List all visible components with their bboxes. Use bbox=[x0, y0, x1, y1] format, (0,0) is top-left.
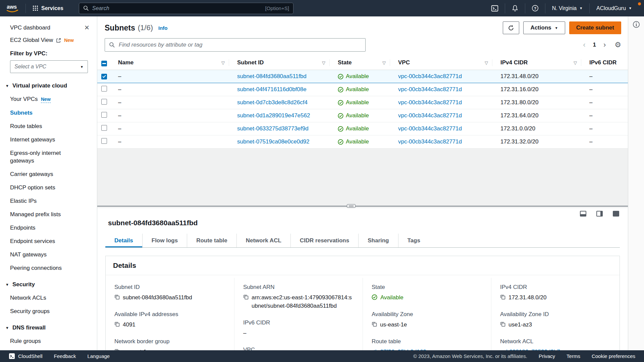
copy-icon[interactable] bbox=[114, 294, 120, 300]
sidebar-item-your-vpcs[interactable]: Your VPCs New bbox=[0, 95, 97, 103]
sidebar-item-endpoints[interactable]: Endpoints bbox=[0, 224, 97, 232]
sidebar-item-carrier-gateways[interactable]: Carrier gateways bbox=[0, 170, 97, 178]
tab-flow-logs[interactable]: Flow logs bbox=[142, 234, 187, 247]
cloudshell-button[interactable] bbox=[485, 5, 505, 12]
column-header-subnet-id[interactable]: Subnet ID bbox=[237, 59, 264, 66]
vpc-link[interactable]: vpc-00cb344c3ac82771d bbox=[398, 73, 462, 79]
sidebar-item-internet-gateways[interactable]: Internet gateways bbox=[0, 136, 97, 143]
sidebar-item-egress-only-internet-gateways[interactable]: Egress-only internet gateways bbox=[0, 149, 97, 165]
split-panel-divider[interactable] bbox=[97, 206, 628, 208]
network-acl-link[interactable]: acl-008186a70532d9b7e bbox=[500, 348, 563, 350]
split-panel-drag-handle[interactable] bbox=[347, 204, 356, 208]
panel-position-side-icon[interactable] bbox=[596, 211, 603, 217]
sidebar-item-endpoint-services[interactable]: Endpoint services bbox=[0, 237, 97, 245]
copy-icon[interactable] bbox=[500, 294, 505, 300]
search-input[interactable] bbox=[92, 5, 262, 11]
filter-triangle-icon[interactable]: ▽ bbox=[485, 60, 488, 65]
resource-filter-input[interactable] bbox=[119, 42, 361, 48]
info-link[interactable]: Info bbox=[158, 25, 168, 31]
panel-position-bottom-icon[interactable] bbox=[580, 211, 586, 217]
copy-icon[interactable] bbox=[372, 321, 377, 327]
sidebar-item-rule-groups[interactable]: Rule groups bbox=[0, 337, 97, 345]
copy-icon[interactable] bbox=[114, 349, 120, 350]
subnet-id-link[interactable]: subnet-0d7cb3de8c8d26cf4 bbox=[237, 99, 308, 106]
sidebar-item-route-tables[interactable]: Route tables bbox=[0, 122, 97, 130]
sidebar-item-vpc-dashboard[interactable]: VPC dashboard bbox=[10, 24, 50, 31]
column-header-state[interactable]: State bbox=[338, 59, 352, 66]
language-link[interactable]: Language bbox=[87, 353, 110, 359]
refresh-button[interactable] bbox=[503, 21, 519, 34]
search-icon bbox=[83, 5, 89, 11]
region-selector[interactable]: N. Virginia ▼ bbox=[545, 5, 589, 11]
global-search-box[interactable]: [Option+S] bbox=[79, 3, 293, 14]
column-header-ipv4-cidr[interactable]: IPv4 CIDR bbox=[500, 59, 528, 66]
subnet-id-link[interactable]: subnet-04f4716116d0bf08e bbox=[237, 86, 307, 93]
copy-icon[interactable] bbox=[114, 321, 120, 327]
subnet-id-link[interactable]: subnet-07519ca08e0ce0d92 bbox=[237, 138, 310, 145]
vpc-link[interactable]: vpc-00cb344c3ac82771d bbox=[398, 99, 462, 106]
tab-network-acl[interactable]: Network ACL bbox=[236, 234, 290, 247]
actions-button[interactable]: Actions ▼ bbox=[523, 21, 565, 34]
subnet-id-link[interactable]: subnet-084fd3680aa511fbd bbox=[237, 73, 307, 79]
subnet-id-link[interactable]: subnet-0633275d38773ef9d bbox=[237, 125, 309, 132]
sidebar-item-nat-gateways[interactable]: NAT gateways bbox=[0, 251, 97, 258]
vpc-link[interactable]: vpc-00cb344c3ac82771d bbox=[398, 138, 462, 145]
create-subnet-button[interactable]: Create subnet bbox=[569, 21, 621, 34]
subnet-id-link[interactable]: subnet-0d1a289019e47e562 bbox=[237, 112, 310, 119]
select-all-checkbox[interactable] bbox=[101, 61, 107, 66]
sidebar-item-managed-prefix-lists[interactable]: Managed prefix lists bbox=[0, 210, 97, 218]
copy-icon[interactable] bbox=[500, 321, 505, 327]
row-checkbox[interactable] bbox=[101, 138, 107, 144]
cookie-preferences-link[interactable]: Cookie preferences bbox=[592, 353, 635, 359]
services-menu-button[interactable]: Services bbox=[31, 5, 65, 11]
terms-link[interactable]: Terms bbox=[567, 353, 580, 359]
section-security[interactable]: ▼ Security bbox=[0, 281, 97, 288]
row-checkbox[interactable] bbox=[101, 74, 107, 79]
info-circle-icon[interactable] bbox=[633, 21, 640, 28]
panel-maximize-icon[interactable] bbox=[613, 211, 619, 217]
privacy-link[interactable]: Privacy bbox=[539, 353, 555, 359]
column-header-ipv6-cidr[interactable]: IPv6 CIDR bbox=[589, 59, 616, 66]
sidebar-item-network-acls[interactable]: Network ACLs bbox=[0, 294, 97, 302]
filter-triangle-icon[interactable]: ▽ bbox=[574, 60, 577, 65]
notifications-button[interactable] bbox=[505, 5, 525, 12]
vpc-link[interactable]: vpc-00cb344c3ac82771d bbox=[398, 86, 462, 93]
row-checkbox[interactable] bbox=[101, 112, 107, 118]
help-button[interactable]: ? bbox=[525, 5, 545, 12]
table-settings-gear-icon[interactable]: ⚙ bbox=[614, 41, 621, 49]
sidebar-item-subnets[interactable]: Subnets bbox=[0, 109, 97, 117]
row-checkbox[interactable] bbox=[101, 99, 107, 105]
previous-page-button[interactable]: ‹ bbox=[583, 41, 585, 49]
feedback-link[interactable]: Feedback bbox=[54, 353, 76, 359]
tab-route-table[interactable]: Route table bbox=[187, 234, 236, 247]
sidebar-item-peering-connections[interactable]: Peering connections bbox=[0, 264, 97, 272]
vpc-link[interactable]: vpc-00cb344c3ac82771d bbox=[398, 125, 462, 132]
column-header-name[interactable]: Name bbox=[118, 59, 133, 66]
tab-cidr-reservations[interactable]: CIDR reservations bbox=[290, 234, 358, 247]
route-table-link[interactable]: rtb-07f96e05bb2d163ee bbox=[372, 348, 433, 350]
filter-triangle-icon[interactable]: ▽ bbox=[382, 60, 386, 65]
next-page-button[interactable]: › bbox=[603, 41, 606, 49]
row-checkbox[interactable] bbox=[101, 86, 107, 92]
section-virtual-private-cloud[interactable]: ▼ Virtual private cloud bbox=[0, 82, 97, 89]
sidebar-item-dhcp-option-sets[interactable]: DHCP option sets bbox=[0, 184, 97, 191]
vpc-select-dropdown[interactable]: Select a VPC ▼ bbox=[10, 60, 88, 73]
tab-sharing[interactable]: Sharing bbox=[358, 234, 398, 247]
resource-filter-box[interactable] bbox=[105, 38, 366, 52]
filter-triangle-icon[interactable]: ▽ bbox=[221, 60, 225, 65]
row-checkbox[interactable] bbox=[101, 125, 107, 131]
cloudshell-footer-button[interactable]: CloudShell bbox=[9, 353, 43, 359]
account-menu[interactable]: ACloudGuru ▼ bbox=[590, 5, 639, 11]
sidebar-item-security-groups[interactable]: Security groups bbox=[0, 307, 97, 315]
section-dns-firewall[interactable]: ▼ DNS firewall bbox=[0, 324, 97, 331]
vpc-link[interactable]: vpc-00cb344c3ac82771d bbox=[398, 112, 462, 119]
column-header-vpc[interactable]: VPC bbox=[398, 59, 410, 66]
copy-icon[interactable] bbox=[243, 294, 249, 300]
sidebar-item-elastic-ips[interactable]: Elastic IPs bbox=[0, 197, 97, 205]
filter-triangle-icon[interactable]: ▽ bbox=[322, 60, 325, 65]
sidebar-item-ec2-global-view[interactable]: EC2 Global View bbox=[10, 37, 53, 44]
aws-logo-icon[interactable]: aws bbox=[5, 3, 19, 13]
tab-tags[interactable]: Tags bbox=[398, 234, 429, 247]
sidebar-close-icon[interactable]: ✕ bbox=[84, 24, 90, 32]
tab-details[interactable]: Details bbox=[105, 234, 142, 247]
